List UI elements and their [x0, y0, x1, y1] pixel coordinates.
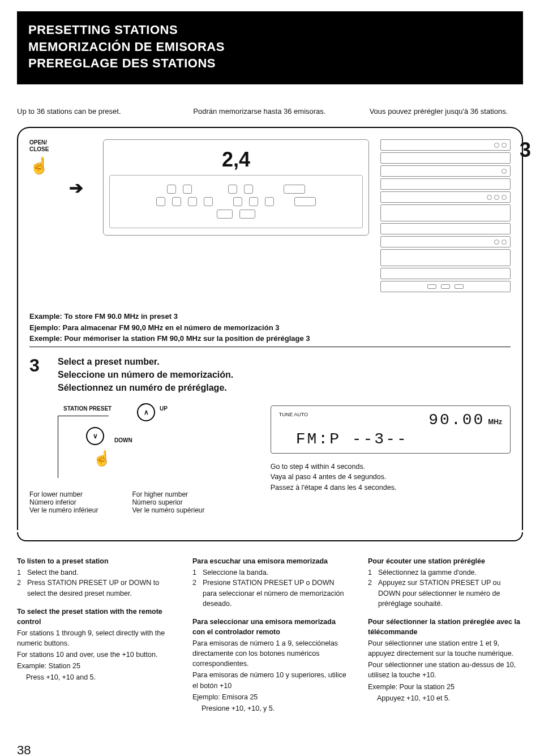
lower-fr: Ver le numéro inférieur: [29, 506, 98, 514]
manual-page: PRESETTING STATIONS MEMORIZACIÓN DE EMIS…: [0, 0, 540, 756]
en-p4: Press +10, +10 and 5.: [17, 672, 172, 682]
col-en: To listen to a preset station 1Select th…: [17, 556, 172, 715]
title-es: MEMORIZACIÓN DE EMISORAS: [28, 39, 512, 55]
fr-p1: Pour sélectionner une station entre 1 et…: [368, 638, 523, 659]
step-3-es: Seleccione un número de memorización.: [58, 368, 233, 381]
divider: [29, 347, 511, 347]
hand-icon: ☝: [93, 450, 111, 467]
higher-es: Número superior: [132, 498, 204, 506]
lcd-display: TUNE AUTO 90.00 MHz FM:P --3--: [271, 405, 511, 454]
es-p4: Presione +10, +10, y 5.: [192, 703, 348, 714]
diagram-bottom-border: [17, 532, 523, 541]
es-h2: Para seleccionar una emisora memorizada …: [192, 617, 348, 637]
diagram-box: OPEN/ CLOSE ☝ ➔ 2,4: [17, 127, 523, 530]
col-fr: Pour écouter une station préréglée 1Séle…: [368, 556, 523, 715]
lower-es: Número inferior: [29, 498, 98, 506]
es-l1: Seleccione la banda.: [203, 567, 348, 578]
preset-up-icon: ∧: [137, 403, 155, 421]
es-l2: Presione STATION PRESET UP o DOWN para s…: [203, 578, 348, 608]
preset-down-icon: ∨: [86, 427, 104, 445]
intro-fr: Vous pouvez prérégler jusqu'à 36 station…: [370, 107, 523, 116]
en-h1: To listen to a preset station: [17, 556, 172, 566]
label-down: DOWN: [114, 437, 132, 443]
label-station-preset: STATION PRESET: [63, 405, 112, 412]
es-p1: Para emisoras de número 1 a 9, selección…: [192, 638, 348, 669]
intro-es: Podrán memorizarse hasta 36 emisoras.: [193, 107, 346, 116]
step-3-detail: STATION PRESET UP DOWN ∧ ∨ ☝ For lower n…: [29, 405, 511, 514]
fr-h2: Pour sélectionner la station préreglée a…: [368, 617, 523, 637]
preset-diagram: STATION PRESET UP DOWN ∧ ∨ ☝: [29, 405, 248, 490]
higher-fr: Ver le numéro supérieur: [132, 506, 204, 514]
step-3-row: 3 Select a preset number. Seleccione un …: [29, 355, 511, 395]
lcd-unit: MHz: [488, 418, 502, 426]
higher-en: For higher number: [132, 490, 204, 498]
lcd-line2: FM:P --3--: [296, 430, 408, 449]
section-header: PRESETTING STATIONS MEMORIZACIÓN DE EMIS…: [17, 11, 523, 84]
device-stack: 3: [380, 139, 511, 294]
step-24-callout: 2,4: [109, 148, 363, 172]
fr-h1: Pour écouter une station préréglée: [368, 556, 523, 566]
en-l1: Select the band.: [27, 567, 172, 578]
example-es: Ejemplo: Para almacenar FM 90,0 MHz en e…: [29, 322, 511, 334]
en-h2: To select the preset station with the re…: [17, 606, 172, 627]
example-fr: Exemple: Pour mémoriser la station FM 90…: [29, 333, 511, 344]
en-p3: Example: Station 25: [17, 661, 172, 671]
fr-p2: Pour sélectionner une station au-dessus …: [368, 660, 523, 680]
lower-en: For lower number: [29, 490, 98, 498]
example-block: Example: To store FM 90.0 MHz in preset …: [29, 311, 511, 344]
step-3-callout: 3: [520, 138, 531, 162]
fr-p4: Appuyez +10, +10 et 5.: [368, 693, 523, 703]
title-en: PRESETTING STATIONS: [28, 22, 512, 39]
en-p2: For stations 10 and over, use the +10 bu…: [17, 650, 172, 660]
lcd-note-en: Go to step 4 within 4 seconds.: [271, 462, 511, 472]
fr-l2: Appuyez sur STATION PRESET UP ou DOWN po…: [378, 578, 523, 608]
es-p3: Ejemplo: Emisora 25: [192, 692, 348, 702]
es-p2: Para emisoras de número 10 y superiores,…: [192, 670, 348, 690]
es-h1: Para escuchar una emisora memorizada: [192, 556, 348, 566]
example-en: Example: To store FM 90.0 MHz in preset …: [29, 311, 511, 322]
intro-en: Up to 36 stations can be preset.: [17, 107, 170, 116]
lcd-note-es: Vaya al paso 4 antes de 4 segundos.: [271, 472, 511, 482]
step-3-en: Select a preset number.: [58, 355, 233, 368]
en-l2: Press STATION PRESET UP or DOWN to selec…: [27, 578, 172, 598]
label-up: UP: [160, 405, 168, 412]
lcd-note-fr: Passez à l'étape 4 dans les 4 secondes.: [271, 482, 511, 493]
lcd-freq: 90.00: [428, 411, 485, 430]
bottom-columns: To listen to a preset station 1Select th…: [17, 556, 523, 715]
fr-l1: Sélectionnez la gamme d'onde.: [378, 567, 523, 578]
en-p1: For stations 1 through 9, select directl…: [17, 628, 172, 648]
title-fr: PREREGLAGE DES STATIONS: [28, 55, 512, 72]
step-3-number: 3: [29, 355, 48, 376]
open-close-label: OPEN/ CLOSE: [29, 139, 69, 153]
lcd-tune-auto: TUNE AUTO: [279, 412, 308, 418]
intro-row: Up to 36 stations can be preset. Podrán …: [17, 107, 523, 116]
fr-p3: Exemple: Pour la station 25: [368, 682, 523, 692]
step-3-fr: Sélectionnez un numéro de préréglage.: [58, 381, 233, 394]
page-number: 38: [17, 743, 523, 756]
col-es: Para escuchar una emisora memorizada 1Se…: [192, 556, 348, 715]
device-front-panel: 2,4: [103, 139, 369, 236]
